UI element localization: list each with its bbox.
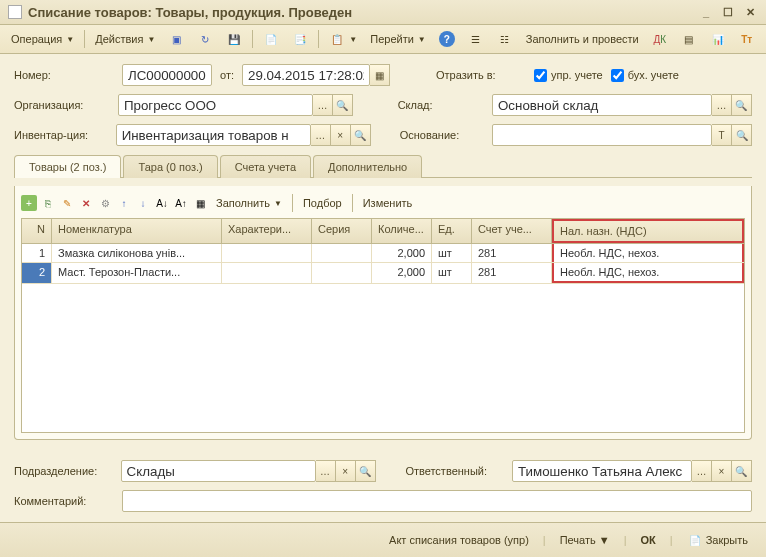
col-nomenclature[interactable]: Номенклатура bbox=[52, 219, 222, 243]
cell-quantity: 2,000 bbox=[372, 244, 432, 262]
cell-characteristic bbox=[222, 244, 312, 262]
org-input[interactable] bbox=[118, 94, 313, 116]
tab-tare[interactable]: Тара (0 поз.) bbox=[123, 155, 217, 178]
chk-upr[interactable]: упр. учете bbox=[534, 69, 603, 82]
col-quantity[interactable]: Количе... bbox=[372, 219, 432, 243]
org-select-button[interactable]: … bbox=[313, 94, 333, 116]
comment-input[interactable] bbox=[122, 490, 752, 512]
footer-close-button[interactable]: 📄Закрыть bbox=[679, 529, 756, 551]
resp-input[interactable] bbox=[512, 460, 692, 482]
row-add-icon[interactable]: + bbox=[21, 195, 37, 211]
row-down-icon[interactable]: ↓ bbox=[135, 195, 151, 211]
tb-help-icon[interactable]: ? bbox=[434, 28, 460, 50]
tb-list1-icon[interactable]: ☰ bbox=[463, 28, 489, 50]
invent-input[interactable] bbox=[116, 124, 311, 146]
minimize-button[interactable]: _ bbox=[698, 4, 714, 20]
print-menu[interactable]: Печать▼ bbox=[552, 531, 618, 549]
warehouse-select-button[interactable]: … bbox=[712, 94, 732, 116]
tb-basis-icon[interactable]: 📋▼ bbox=[324, 28, 362, 50]
tab-panel-goods: + ⎘ ✎ ✕ ⚙ ↑ ↓ A↓ A↑ ▦ Заполнить▼ Подбор … bbox=[14, 186, 752, 440]
table-row[interactable]: 1Змазка силіконова унів...2,000шт281Необ… bbox=[22, 244, 744, 263]
warehouse-input[interactable] bbox=[492, 94, 712, 116]
window-title: Списание товаров: Товары, продукция. Про… bbox=[28, 5, 698, 20]
cell-nomenclature: Змазка силіконова унів... bbox=[52, 244, 222, 262]
tb-save-icon[interactable]: 💾 bbox=[221, 28, 247, 50]
resp-lookup-button[interactable]: 🔍 bbox=[732, 460, 752, 482]
tabs: Товары (2 поз.) Тара (0 поз.) Счета учет… bbox=[14, 154, 752, 178]
col-n[interactable]: N bbox=[22, 219, 52, 243]
resp-clear-button[interactable]: × bbox=[712, 460, 732, 482]
doc-icon bbox=[8, 5, 22, 19]
subdiv-lookup-button[interactable]: 🔍 bbox=[356, 460, 376, 482]
ok-button[interactable]: ОК bbox=[632, 531, 663, 549]
table-row[interactable]: 2Маст. Терозон-Пласти...2,000шт281Необл.… bbox=[22, 263, 744, 284]
grid-icon[interactable]: ▦ bbox=[192, 195, 208, 211]
date-input[interactable] bbox=[242, 64, 370, 86]
row-edit-icon[interactable]: ✎ bbox=[59, 195, 75, 211]
table-toolbar: + ⎘ ✎ ✕ ⚙ ↑ ↓ A↓ A↑ ▦ Заполнить▼ Подбор … bbox=[21, 192, 745, 218]
table-header: N Номенклатура Характери... Серия Количе… bbox=[22, 219, 744, 244]
col-series[interactable]: Серия bbox=[312, 219, 372, 243]
col-characteristic[interactable]: Характери... bbox=[222, 219, 312, 243]
chk-buh[interactable]: бух. учете bbox=[611, 69, 679, 82]
subdiv-select-button[interactable]: … bbox=[316, 460, 336, 482]
subdiv-input[interactable] bbox=[121, 460, 316, 482]
basis-input[interactable] bbox=[492, 124, 712, 146]
table-fill-menu[interactable]: Заполнить▼ bbox=[211, 194, 287, 212]
row-copy-icon[interactable]: ⎘ bbox=[40, 195, 56, 211]
invent-lookup-button[interactable]: 🔍 bbox=[351, 124, 371, 146]
basis-text-button[interactable]: T bbox=[712, 124, 732, 146]
tb-struct-icon[interactable]: ▤ bbox=[676, 28, 702, 50]
cell-quantity: 2,000 bbox=[372, 263, 432, 283]
tb-tt-icon[interactable]: Tт bbox=[734, 28, 760, 50]
col-account[interactable]: Счет уче... bbox=[472, 219, 552, 243]
table-select-button[interactable]: Подбор bbox=[298, 194, 347, 212]
invent-clear-button[interactable]: × bbox=[331, 124, 351, 146]
date-label: от: bbox=[220, 69, 234, 81]
operation-menu[interactable]: Операция▼ bbox=[6, 30, 79, 48]
act-button[interactable]: Акт списания товаров (упр) bbox=[381, 531, 537, 549]
number-input[interactable] bbox=[122, 64, 212, 86]
tb-list2-icon[interactable]: ☷ bbox=[492, 28, 518, 50]
tab-additional[interactable]: Дополнительно bbox=[313, 155, 422, 178]
tb-doc1-icon[interactable]: 📄 bbox=[258, 28, 284, 50]
tb-dtkt-icon[interactable]: ДК bbox=[647, 28, 673, 50]
subdiv-clear-button[interactable]: × bbox=[336, 460, 356, 482]
col-unit[interactable]: Ед. bbox=[432, 219, 472, 243]
invent-label: Инвентар-ция: bbox=[14, 129, 108, 141]
close-button[interactable]: ✕ bbox=[742, 4, 758, 20]
date-picker-button[interactable]: ▦ bbox=[370, 64, 390, 86]
tb-refresh-icon[interactable]: ↻ bbox=[192, 28, 218, 50]
number-label: Номер: bbox=[14, 69, 114, 81]
subdiv-label: Подразделение: bbox=[14, 465, 113, 477]
cell-nds: Необл. НДС, нехоз. bbox=[552, 263, 744, 283]
cell-n: 1 bbox=[22, 244, 52, 262]
sort-desc-icon[interactable]: A↑ bbox=[173, 195, 189, 211]
invent-select-button[interactable]: … bbox=[311, 124, 331, 146]
tab-goods[interactable]: Товары (2 поз.) bbox=[14, 155, 121, 178]
org-label: Организация: bbox=[14, 99, 110, 111]
row-up-icon[interactable]: ↑ bbox=[116, 195, 132, 211]
cell-series bbox=[312, 263, 372, 283]
fill-post-button[interactable]: Заполнить и провести bbox=[521, 30, 644, 48]
sort-asc-icon[interactable]: A↓ bbox=[154, 195, 170, 211]
goto-menu[interactable]: Перейти▼ bbox=[365, 30, 431, 48]
resp-select-button[interactable]: … bbox=[692, 460, 712, 482]
warehouse-lookup-button[interactable]: 🔍 bbox=[732, 94, 752, 116]
basis-lookup-button[interactable]: 🔍 bbox=[732, 124, 752, 146]
tb-post-icon[interactable]: ▣ bbox=[163, 28, 189, 50]
col-nds[interactable]: Нал. назн. (НДС) bbox=[552, 219, 744, 243]
table-change-button[interactable]: Изменить bbox=[358, 194, 418, 212]
tab-accounts[interactable]: Счета учета bbox=[220, 155, 311, 178]
maximize-button[interactable]: ☐ bbox=[720, 4, 736, 20]
row-gear-icon[interactable]: ⚙ bbox=[97, 195, 113, 211]
actions-menu[interactable]: Действия▼ bbox=[90, 30, 160, 48]
goods-table[interactable]: N Номенклатура Характери... Серия Количе… bbox=[21, 218, 745, 433]
cell-n: 2 bbox=[22, 263, 52, 283]
tb-report-icon[interactable]: 📊 bbox=[705, 28, 731, 50]
tb-doc2-icon[interactable]: 📑 bbox=[287, 28, 313, 50]
main-toolbar: Операция▼ Действия▼ ▣ ↻ 💾 📄 📑 📋▼ Перейти… bbox=[0, 25, 766, 54]
comment-label: Комментарий: bbox=[14, 495, 114, 507]
org-lookup-button[interactable]: 🔍 bbox=[333, 94, 353, 116]
row-delete-icon[interactable]: ✕ bbox=[78, 195, 94, 211]
